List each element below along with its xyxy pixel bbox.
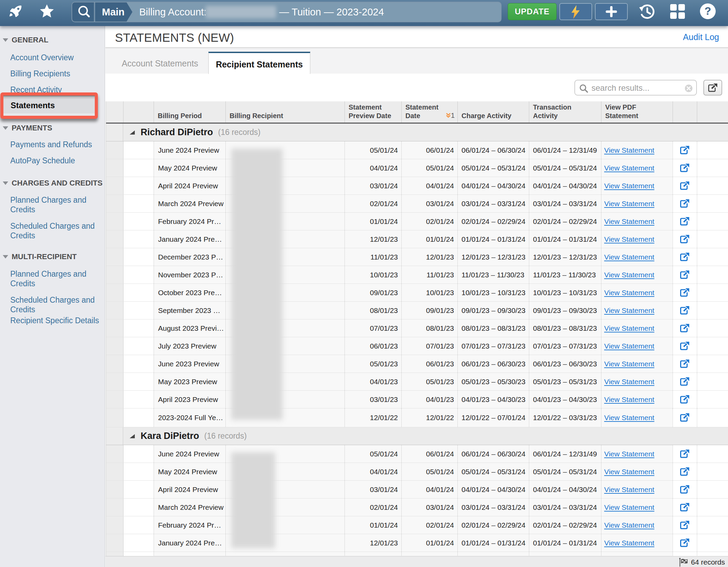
svg-text:?: ?: [704, 5, 711, 17]
